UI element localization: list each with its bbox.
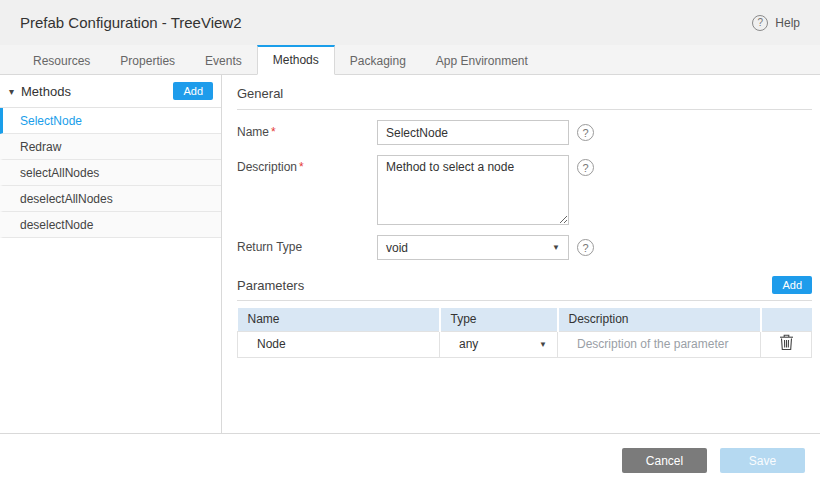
- param-action-cell: [761, 331, 812, 357]
- name-input[interactable]: [377, 120, 569, 145]
- tab-app-environment[interactable]: App Environment: [421, 45, 543, 74]
- sidebar-header: ▾ Methods Add: [0, 75, 221, 108]
- name-field-row: Name* ?: [237, 120, 812, 145]
- tab-resources[interactable]: Resources: [18, 45, 105, 74]
- name-label-text: Name: [237, 125, 269, 139]
- title-bar: Prefab Configuration - TreeView2 ? Help: [0, 0, 820, 45]
- parameters-header-row: Name Type Description: [238, 308, 812, 331]
- tab-events[interactable]: Events: [190, 45, 257, 74]
- return-type-select[interactable]: void ▼: [377, 235, 569, 260]
- tab-methods[interactable]: Methods: [257, 45, 335, 75]
- return-type-label: Return Type: [237, 235, 377, 254]
- sidebar-item-redraw[interactable]: Redraw: [0, 134, 221, 160]
- help-icon: ?: [752, 15, 768, 31]
- sidebar-group-label: Methods: [21, 84, 71, 99]
- parameters-heading: Parameters: [237, 278, 304, 293]
- save-button[interactable]: Save: [720, 448, 805, 473]
- chevron-down-icon: ▼: [539, 340, 547, 349]
- return-type-value: void: [386, 241, 408, 255]
- param-type-select[interactable]: any ▼: [440, 332, 557, 356]
- param-description-cell: [558, 331, 761, 357]
- description-label: Description*: [237, 155, 377, 174]
- param-type-cell: any ▼: [440, 331, 558, 357]
- description-label-text: Description: [237, 160, 297, 174]
- param-name-input[interactable]: [238, 332, 439, 356]
- param-description-input[interactable]: [558, 332, 760, 356]
- dialog-footer: Cancel Save: [0, 433, 820, 487]
- add-parameter-button[interactable]: Add: [772, 276, 812, 294]
- column-header-description: Description: [558, 308, 761, 331]
- parameters-table: Name Type Description any: [237, 308, 812, 358]
- required-asterisk: *: [299, 160, 304, 174]
- parameters-section-header: Parameters Add: [237, 276, 812, 301]
- required-asterisk: *: [271, 125, 276, 139]
- tab-packaging[interactable]: Packaging: [335, 45, 421, 74]
- description-textarea[interactable]: Method to select a node: [377, 155, 569, 225]
- trash-icon: [779, 339, 794, 354]
- prefab-configuration-dialog: Prefab Configuration - TreeView2 ? Help …: [0, 0, 820, 488]
- add-method-button[interactable]: Add: [173, 82, 213, 100]
- column-header-name: Name: [238, 308, 440, 331]
- param-type-value: any: [459, 337, 478, 351]
- return-type-field-row: Return Type void ▼ ?: [237, 235, 812, 260]
- chevron-down-icon: ▼: [552, 243, 560, 252]
- description-field-row: Description* Method to select a node ?: [237, 155, 812, 225]
- method-detail-panel: General Name* ? Description* Method to s…: [222, 75, 820, 433]
- delete-parameter-button[interactable]: [775, 332, 798, 356]
- tab-bar: Resources Properties Events Methods Pack…: [0, 45, 820, 75]
- methods-sidebar: ▾ Methods Add SelectNode Redraw selectAl…: [0, 75, 222, 433]
- general-section-header: General: [237, 86, 812, 110]
- name-label: Name*: [237, 120, 377, 139]
- tab-properties[interactable]: Properties: [105, 45, 190, 74]
- column-header-action: [761, 308, 812, 331]
- page-title: Prefab Configuration - TreeView2: [20, 14, 242, 31]
- sidebar-item-selectnode[interactable]: SelectNode: [0, 108, 221, 134]
- return-type-help-icon[interactable]: ?: [577, 239, 594, 256]
- sidebar-item-deselectallnodes[interactable]: deselectAllNodes: [0, 186, 221, 212]
- cancel-button[interactable]: Cancel: [622, 448, 707, 473]
- table-row: any ▼: [238, 331, 812, 357]
- help-label: Help: [775, 16, 800, 30]
- param-name-cell: [238, 331, 440, 357]
- sidebar-item-selectallnodes[interactable]: selectAllNodes: [0, 160, 221, 186]
- general-heading: General: [237, 86, 283, 101]
- name-help-icon[interactable]: ?: [577, 124, 594, 141]
- help-link[interactable]: ? Help: [752, 15, 800, 31]
- description-help-icon[interactable]: ?: [577, 159, 594, 176]
- caret-down-icon[interactable]: ▾: [9, 86, 14, 97]
- column-header-type: Type: [440, 308, 558, 331]
- dialog-body: ▾ Methods Add SelectNode Redraw selectAl…: [0, 75, 820, 433]
- sidebar-item-deselectnode[interactable]: deselectNode: [0, 212, 221, 238]
